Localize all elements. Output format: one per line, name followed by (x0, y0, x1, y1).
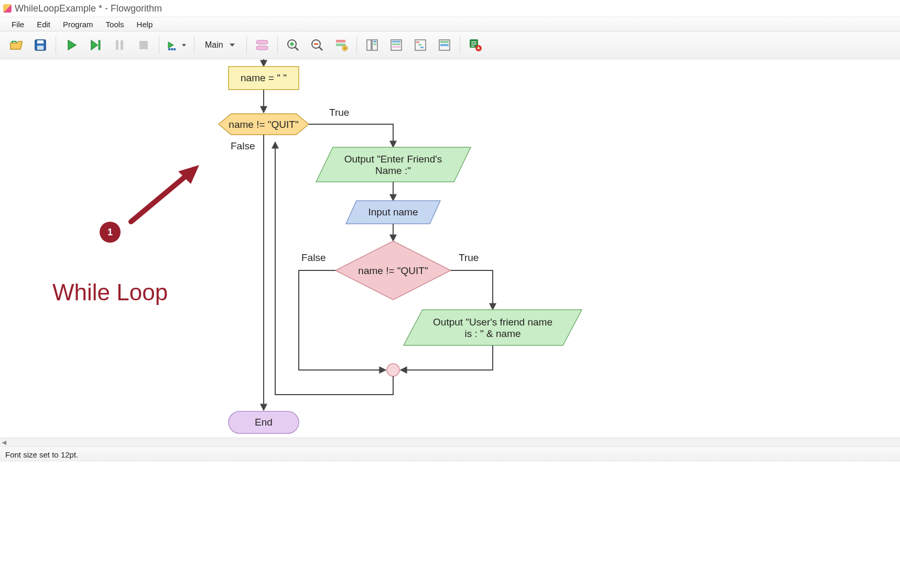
menu-edit[interactable]: Edit (30, 18, 57, 30)
layout-icon (437, 38, 452, 52)
node-decision[interactable]: name != "QUIT" (335, 241, 451, 300)
menu-file[interactable]: File (5, 18, 30, 30)
zoom-in-button[interactable] (283, 35, 303, 56)
node-end[interactable]: End (229, 411, 299, 433)
stop-button[interactable] (133, 35, 154, 56)
svg-rect-14 (336, 40, 345, 42)
zoom-out-icon (310, 38, 324, 52)
svg-text:End: End (255, 417, 273, 428)
edge-label-false: False (231, 140, 255, 151)
layout-3-button[interactable] (410, 35, 431, 56)
svg-rect-31 (440, 41, 449, 43)
open-button[interactable] (6, 35, 27, 56)
run-button[interactable] (61, 35, 82, 56)
node-input-name[interactable]: Input name (346, 201, 440, 224)
menu-help[interactable]: Help (131, 18, 159, 30)
function-name: Main (205, 40, 223, 50)
svg-text:Output "Enter Friend's: Output "Enter Friend's (344, 154, 442, 165)
shape-icon (254, 38, 270, 52)
svg-text:A: A (477, 46, 480, 50)
toolbar-separator (194, 36, 194, 54)
speed-icon (166, 38, 187, 52)
edge-label-true: True (329, 107, 349, 118)
svg-rect-6 (139, 41, 148, 49)
step-button[interactable] (85, 35, 106, 56)
svg-rect-32 (440, 44, 449, 46)
annotation-label: While Loop (52, 279, 168, 306)
pause-button[interactable] (109, 35, 130, 56)
node-output-prompt[interactable]: Output "Enter Friend's Name :" (316, 147, 471, 182)
svg-rect-21 (373, 43, 376, 45)
node-join[interactable] (387, 364, 399, 376)
svg-rect-28 (418, 44, 421, 46)
window-title: WhileLoopExample * - Flowgorithm (15, 3, 162, 14)
status-text: Font size set to 12pt. (5, 450, 78, 459)
scroll-left-icon[interactable]: ◄ (0, 438, 8, 447)
svg-rect-7 (168, 48, 170, 50)
speed-dropdown[interactable] (164, 35, 189, 56)
svg-text:name != "QUIT": name != "QUIT" (229, 119, 298, 130)
step-icon (88, 38, 103, 52)
flowchart-canvas[interactable]: name = " " name != "QUIT" True False Out… (0, 59, 900, 438)
layout-icon (365, 38, 379, 52)
svg-rect-11 (256, 46, 268, 50)
play-icon (64, 38, 79, 52)
layout-4-button[interactable] (434, 35, 455, 56)
app-icon (3, 4, 12, 13)
svg-rect-18 (367, 40, 371, 50)
toolbar-separator (159, 36, 159, 54)
status-bar: Font size set to 12pt. (0, 447, 900, 462)
svg-rect-1 (37, 40, 44, 43)
chevron-down-icon (229, 41, 236, 49)
svg-rect-20 (373, 41, 376, 42)
svg-text:Name :": Name :" (375, 165, 411, 176)
node-output-result[interactable]: Output "User's friend name is : " & name (404, 310, 582, 345)
toolbar-separator (356, 36, 357, 54)
svg-text:is : " & name: is : " & name (464, 328, 521, 339)
function-dropdown[interactable]: Main (200, 36, 241, 55)
edge-label-true: True (459, 252, 479, 263)
layout-2-button[interactable] (386, 35, 407, 56)
menu-program[interactable]: Program (57, 18, 100, 30)
svg-text:name = " ": name = " " (241, 72, 287, 83)
menu-bar: File Edit Program Tools Help (0, 17, 900, 31)
layout-icon (389, 38, 404, 52)
style-icon (334, 38, 349, 52)
node-while[interactable]: name != "QUIT" (219, 114, 309, 135)
svg-rect-4 (116, 40, 118, 50)
svg-rect-3 (99, 40, 100, 50)
zoom-out-button[interactable] (307, 35, 328, 56)
svg-rect-10 (256, 40, 268, 44)
style-button[interactable] (331, 35, 352, 56)
toolbar-separator (277, 36, 278, 54)
add-shape-button[interactable] (252, 35, 273, 56)
svg-point-17 (344, 47, 346, 49)
svg-rect-23 (392, 41, 400, 42)
toolbar-separator (56, 36, 56, 54)
menu-tools[interactable]: Tools (100, 18, 131, 30)
annotation-arrow-icon (121, 159, 215, 232)
folder-open-icon (9, 38, 24, 52)
save-icon (33, 38, 48, 52)
horizontal-scrollbar[interactable]: ◄ (0, 438, 900, 447)
svg-text:name != "QUIT": name != "QUIT" (358, 265, 428, 276)
title-bar: WhileLoopExample * - Flowgorithm (0, 0, 900, 17)
export-button[interactable]: A (465, 35, 486, 56)
save-button[interactable] (30, 35, 51, 56)
export-icon: A (468, 38, 483, 52)
toolbar: Main (0, 31, 900, 59)
svg-text:Output "User's friend name: Output "User's friend name (433, 317, 552, 328)
annotation-badge: 1 (100, 222, 121, 243)
pause-icon (112, 38, 127, 52)
svg-rect-9 (174, 48, 176, 50)
svg-rect-8 (171, 48, 173, 50)
layout-1-button[interactable] (362, 35, 383, 56)
svg-rect-29 (420, 47, 424, 48)
layout-icon (413, 38, 428, 52)
toolbar-separator (460, 36, 460, 54)
svg-text:Input name: Input name (368, 206, 418, 217)
node-assign[interactable]: name = " " (229, 67, 299, 90)
stop-icon (136, 38, 151, 52)
svg-rect-25 (392, 46, 400, 48)
svg-rect-24 (392, 43, 400, 45)
